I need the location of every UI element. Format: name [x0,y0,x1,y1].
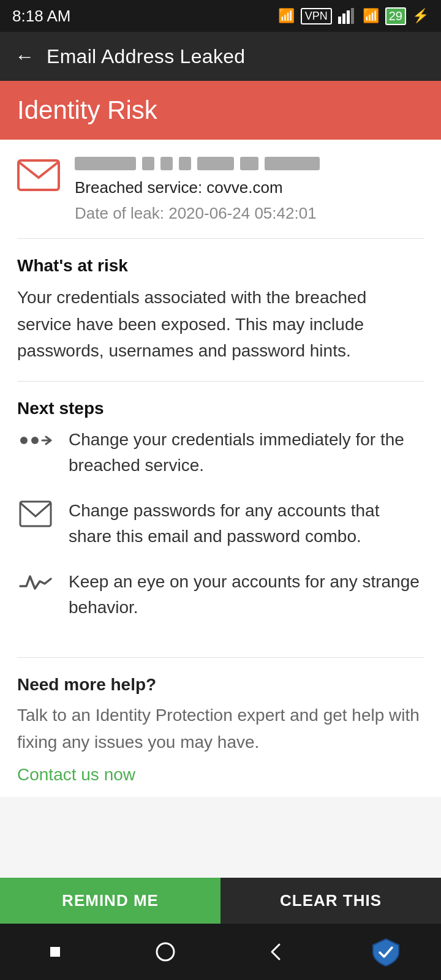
email-meta: Breached service: covve.com Date of leak… [75,175,320,226]
bottom-nav-bar [0,924,441,980]
step-item-2: Change passwords for any accounts that s… [17,498,424,549]
whats-at-risk-section: What's at risk Your credentials associat… [0,239,441,381]
main-content: Breached service: covve.com Date of leak… [0,140,441,797]
email-redacted-row [75,157,320,170]
vpn-badge: VPN [301,8,332,24]
nav-bar: ← Email Address Leaked [0,32,441,81]
home-button[interactable] [31,927,80,976]
step-email-icon [17,498,54,527]
back-button[interactable]: ← [15,45,34,68]
wifi-icon: 📶 [363,8,379,24]
step-text-3: Keep an eye on your accounts for any str… [69,569,424,620]
svg-rect-8 [50,947,60,957]
svg-rect-4 [18,160,59,190]
next-steps-section: Next steps Change your credentials immed… [0,382,441,657]
whats-at-risk-body: Your credentials associated with the bre… [17,284,424,364]
need-help-section: Need more help? Talk to an Identity Prot… [0,658,441,797]
svg-point-6 [31,437,39,444]
credentials-icon [17,427,54,451]
battery-indicator: 29 [385,7,406,25]
svg-rect-7 [20,502,51,526]
breached-service: Breached service: covve.com [75,175,320,201]
redacted-block-1 [75,157,136,170]
clear-this-button[interactable]: CLEAR THIS [221,878,441,924]
signal-icon [338,8,356,24]
svg-rect-1 [342,13,345,24]
remind-me-button[interactable]: REMIND ME [0,878,221,924]
step-item-1: Change your credentials immediately for … [17,427,424,478]
date-of-leak: Date of leak: 2020-06-24 05:42:01 [75,201,320,227]
email-icon-wrap [17,159,60,191]
whats-at-risk-title: What's at risk [17,256,424,276]
status-time: 8:18 AM [12,7,70,26]
app-icon[interactable] [361,927,410,976]
steps-list: Change your credentials immediately for … [17,427,424,620]
next-steps-title: Next steps [17,399,424,418]
step-item-3: Keep an eye on your accounts for any str… [17,569,424,620]
nav-title: Email Address Leaked [47,45,245,68]
step-text-2: Change passwords for any accounts that s… [69,498,424,549]
redacted-block-6 [240,157,258,170]
redacted-block-7 [265,157,320,170]
identity-risk-banner: Identity Risk [0,81,441,140]
need-help-title: Need more help? [17,675,424,695]
svg-rect-0 [338,17,341,24]
charging-icon: ⚡ [412,8,429,24]
email-details: Breached service: covve.com Date of leak… [75,157,320,226]
email-section: Breached service: covve.com Date of leak… [0,140,441,238]
redacted-block-2 [142,157,154,170]
activity-icon [17,569,54,594]
redacted-block-3 [160,157,173,170]
status-icons: 📶 VPN 📶 29 ⚡ [278,7,429,25]
bluetooth-icon: 📶 [278,8,295,24]
svg-point-9 [157,943,174,960]
status-bar: 8:18 AM 📶 VPN 📶 29 ⚡ [0,0,441,32]
contact-us-link[interactable]: Contact us now [17,765,135,784]
svg-point-5 [20,437,28,444]
svg-rect-3 [351,8,354,24]
email-envelope-icon [17,159,60,191]
redacted-block-5 [197,157,234,170]
need-help-body: Talk to an Identity Protection expert an… [17,702,424,755]
svg-rect-2 [347,10,350,24]
step-text-1: Change your credentials immediately for … [69,427,424,478]
back-nav-button[interactable] [251,927,300,976]
recents-button[interactable] [141,927,190,976]
bottom-buttons: REMIND ME CLEAR THIS [0,878,441,924]
redacted-block-4 [179,157,191,170]
banner-title: Identity Risk [17,96,424,125]
